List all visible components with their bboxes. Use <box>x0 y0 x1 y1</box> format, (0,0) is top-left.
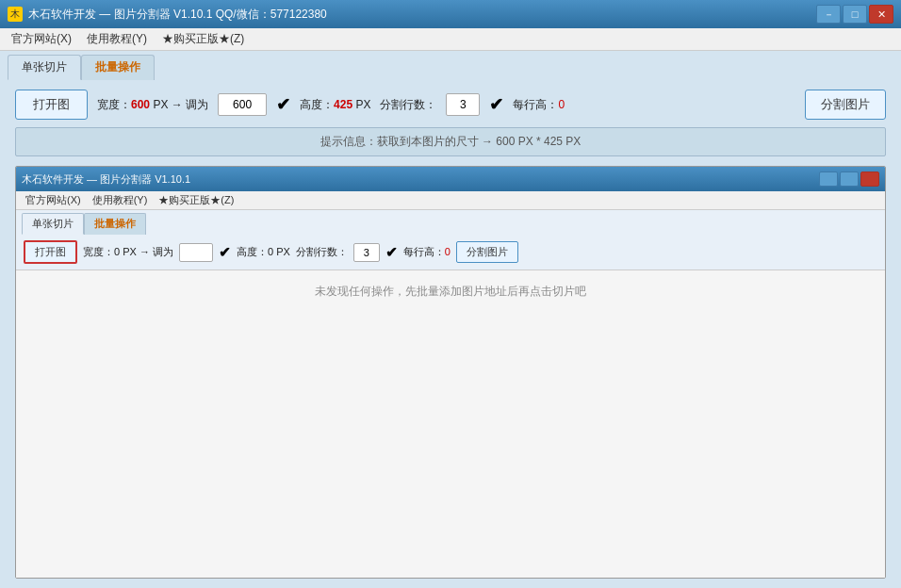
outer-maximize-btn[interactable]: □ <box>843 5 867 24</box>
outer-check1: ✔ <box>276 94 290 115</box>
outer-width-unit: PX → 调为 <box>153 98 208 111</box>
menu-tutorial[interactable]: 使用教程(Y) <box>79 29 155 49</box>
outer-width-label: 宽度：600 PX → 调为 <box>97 97 208 113</box>
app-icon: 木 <box>8 7 23 22</box>
inner-menu-website[interactable]: 官方网站(X) <box>20 192 87 208</box>
inner-tab-bar: 单张切片 批量操作 <box>16 210 885 235</box>
outer-width-input[interactable] <box>218 93 267 116</box>
inner-content-area: 未发现任何操作，先批量添加图片地址后再点击切片吧 <box>16 270 885 578</box>
outer-height-unit: PX <box>355 98 370 111</box>
outer-row-height-label: 每行高：0 <box>513 97 565 113</box>
inner-close-btn[interactable] <box>860 172 879 187</box>
outer-open-btn[interactable]: 打开图 <box>15 90 88 120</box>
inner-title-text: 木石软件开发 — 图片分割器 V1.10.1 <box>22 172 190 187</box>
inner-title-bar: 木石软件开发 — 图片分割器 V1.10.1 <box>16 167 885 191</box>
outer-info-bar: 提示信息：获取到本图片的尺寸 → 600 PX * 425 PX <box>15 127 886 156</box>
outer-split-count-input[interactable] <box>446 93 480 116</box>
inner-menu-buy[interactable]: ★购买正版★(Z) <box>153 192 239 208</box>
outer-title-text: 木石软件开发 — 图片分割器 V1.10.1 QQ/微信：577122380 <box>28 7 327 23</box>
outer-main-content: 打开图 宽度：600 PX → 调为 ✔ 高度：425 PX 分割行数： ✔ 每… <box>0 80 901 588</box>
inner-tab-batch[interactable]: 批量操作 <box>84 213 146 235</box>
outer-minimize-btn[interactable]: － <box>816 5 841 24</box>
outer-window: 木 木石软件开发 — 图片分割器 V1.10.1 QQ/微信：577122380… <box>0 0 901 588</box>
inner-tab-single[interactable]: 单张切片 <box>22 213 84 235</box>
outer-height-value: 425 <box>334 98 352 111</box>
inner-menu-bar: 官方网站(X) 使用教程(Y) ★购买正版★(Z) <box>16 191 885 210</box>
inner-width-value: 0 <box>114 246 120 257</box>
menu-buy[interactable]: ★购买正版★(Z) <box>155 29 252 49</box>
inner-minimize-btn[interactable] <box>819 172 838 187</box>
outer-info-text: 提示信息：获取到本图片的尺寸 → 600 PX * 425 PX <box>320 135 582 148</box>
outer-menu-bar: 官方网站(X) 使用教程(Y) ★购买正版★(Z) <box>0 28 901 51</box>
inner-row-height-value: 0 <box>445 246 450 257</box>
title-bar-left: 木 木石软件开发 — 图片分割器 V1.10.1 QQ/微信：577122380 <box>8 7 327 23</box>
outer-split-btn[interactable]: 分割图片 <box>805 90 886 120</box>
inner-height-value: 0 <box>268 246 273 257</box>
menu-website[interactable]: 官方网站(X) <box>4 29 79 49</box>
outer-width-value: 600 <box>131 98 150 111</box>
inner-row-height-label: 每行高：0 <box>403 245 450 259</box>
outer-title-bar: 木 木石软件开发 — 图片分割器 V1.10.1 QQ/微信：577122380… <box>0 0 901 28</box>
inner-check1: ✔ <box>219 244 231 261</box>
outer-row-height-value: 0 <box>558 98 565 111</box>
inner-split-btn[interactable]: 分割图片 <box>456 241 518 263</box>
inner-controls-row: 打开图 宽度：0 PX → 调为 ✔ 高度：0 PX 分割行数： ✔ 每行高：0… <box>16 235 885 270</box>
inner-window: 木石软件开发 — 图片分割器 V1.10.1 官方网站(X) 使用教程(Y) ★… <box>15 166 886 579</box>
outer-close-btn[interactable]: ✕ <box>869 5 893 24</box>
outer-check2: ✔ <box>489 94 503 115</box>
inner-split-count-label: 分割行数： <box>296 245 348 259</box>
outer-split-count-label: 分割行数： <box>380 97 436 113</box>
outer-height-label: 高度：425 PX <box>300 97 370 113</box>
outer-controls-row: 打开图 宽度：600 PX → 调为 ✔ 高度：425 PX 分割行数： ✔ 每… <box>15 90 886 120</box>
inner-title-controls <box>819 172 879 187</box>
inner-open-btn[interactable]: 打开图 <box>24 240 77 264</box>
inner-height-label: 高度：0 PX <box>237 245 290 259</box>
tab-single[interactable]: 单张切片 <box>8 55 81 80</box>
tab-batch[interactable]: 批量操作 <box>81 55 155 80</box>
inner-width-label: 宽度：0 PX → 调为 <box>83 245 173 259</box>
outer-tab-bar: 单张切片 批量操作 <box>0 51 901 80</box>
inner-menu-tutorial[interactable]: 使用教程(Y) <box>87 192 154 208</box>
inner-maximize-btn[interactable] <box>840 172 859 187</box>
inner-width-input[interactable] <box>179 243 213 262</box>
inner-split-count-input[interactable] <box>353 243 380 262</box>
inner-check2: ✔ <box>385 244 398 261</box>
outer-title-controls: － □ ✕ <box>816 5 893 24</box>
inner-hint-text: 未发现任何操作，先批量添加图片地址后再点击切片吧 <box>315 284 586 300</box>
